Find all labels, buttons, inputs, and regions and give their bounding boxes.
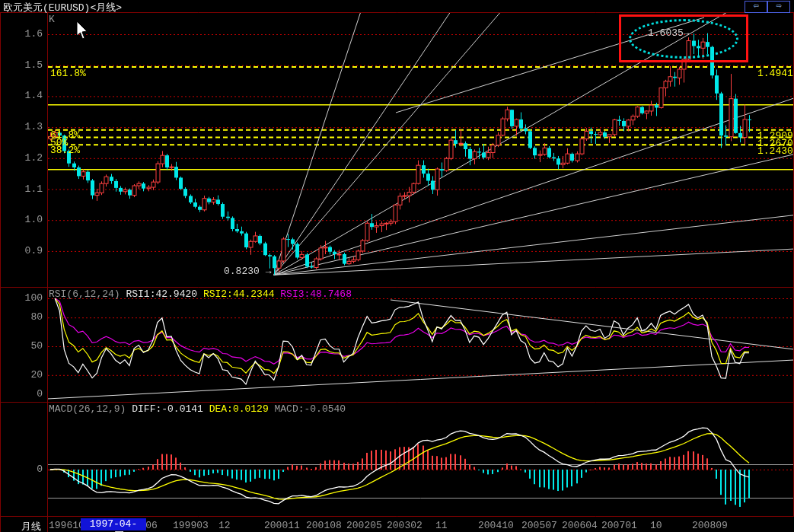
chart-canvas[interactable] [0,0,794,532]
main-y-tick: 1.3 [2,122,43,132]
rsi-y-tick: 0 [2,389,43,399]
rsi-y-tick: 50 [2,341,43,351]
main-y-tick: 1.0 [2,215,43,225]
title-bar: 欧元美元(EURUSD)<月线> ⇦ ⇨ [0,0,794,12]
x-axis-tick: 200011 [264,521,300,530]
dea-value: DEA:0.0129 [209,403,269,415]
x-axis-tick: 200410 [478,521,514,530]
selected-date-box: 1997-04-30(三) [81,518,146,530]
rsi2-value: RSI2:44.2344 [203,288,275,300]
main-y-tick: 0.9 [2,246,43,256]
fib-161-8-price: 1.4941 [757,68,791,78]
macd-y-tick: 0 [2,464,43,474]
fib-38-2-price: 1.2430 [757,146,791,156]
rsi-y-tick: 20 [2,370,43,380]
rsi1-value: RSI1:42.9420 [126,288,197,300]
x-axis-tick: 200507 [521,521,557,530]
low-price-annotation: 0.8230 → [224,266,271,277]
main-y-tick: 1.1 [2,184,43,194]
rsi-y-tick: 80 [2,312,43,322]
x-axis-tick: 10 [650,521,662,530]
mouse-cursor [76,21,91,41]
rsi-header: RSI(6,12,24) RSI1:42.9420 RSI2:44.2344 R… [49,289,352,299]
rsi-params: RSI(6,12,24) [49,288,120,300]
nav-right-button[interactable]: ⇨ [767,1,790,13]
rsi3-value: RSI3:48.7468 [280,288,352,300]
rsi-y-tick: 100 [2,293,43,303]
macd-value: MACD:-0.0540 [275,403,346,415]
dotted-ellipse [629,19,738,59]
nav-left-button[interactable]: ⇦ [745,1,767,13]
x-axis-tick: 11 [435,521,448,530]
arrow-right-icon: ⇨ [776,1,781,11]
period-label[interactable]: 月线 [21,520,41,532]
chart-type-label: K [49,14,55,24]
window-title: 欧元美元(EURUSD)<月线> [3,1,122,14]
chart-application-window: 欧元美元(EURUSD)<月线> ⇦ ⇨ K 161.8% 61.8% 50% … [0,0,794,532]
x-axis-tick: 200604 [562,521,598,530]
main-y-tick: 1.4 [2,91,43,100]
x-axis-tick: 200302 [387,521,423,530]
diff-value: DIFF:-0.0141 [132,403,203,415]
x-axis-tick: 200701 [601,521,637,530]
x-axis-tick: 200809 [692,521,728,530]
arrow-right-icon: → [266,266,272,277]
x-axis-tick: 12 [218,521,231,530]
arrow-left-icon: ⇦ [753,1,758,11]
fib-161-8-label: 161.8% [50,68,86,78]
highlight-box [619,14,748,62]
x-axis-tick: 200108 [306,521,342,530]
fib-38-2-label: 38.2% [50,145,80,155]
x-axis-tick: 200205 [346,521,382,530]
main-y-tick: 1.6 [2,29,43,39]
macd-header: MACD(26,12,9) DIFF:-0.0141 DEA:0.0129 MA… [49,404,346,414]
main-y-tick: 1.2 [2,153,43,163]
macd-params: MACD(26,12,9) [49,403,126,415]
x-axis-tick: 199903 [173,521,209,530]
main-y-tick: 1.5 [2,60,43,70]
x-axis-tick: 199610 [49,521,85,530]
